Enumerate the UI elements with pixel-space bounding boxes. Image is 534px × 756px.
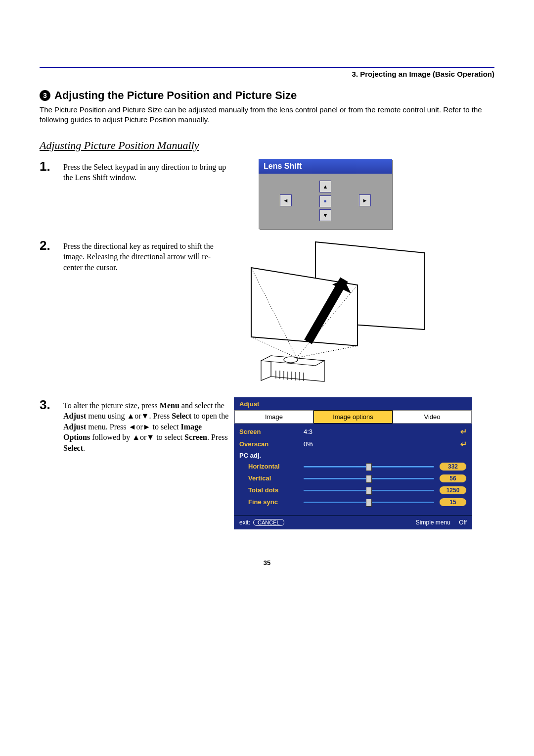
step-1-number: 1. — [40, 159, 63, 174]
value-vertical: 56 — [439, 474, 467, 483]
manual-page: 3. Projecting an Image (Basic Operation)… — [0, 0, 534, 586]
subheading: Adjusting Picture Position Manually — [40, 139, 494, 152]
page-number: 35 — [40, 559, 494, 567]
osd-title: Adjust — [234, 398, 472, 410]
osd-row-overscan[interactable]: Overscan 0% ↵ — [239, 438, 467, 450]
osd-row-fine-sync[interactable]: Fine sync 15 — [239, 496, 467, 508]
lens-shift-panel: Lens Shift ▲ ◄ ► ▼ — [259, 159, 392, 229]
step-list: 1. Press the Select keypad in any direct… — [40, 159, 494, 529]
osd-tab-image-options[interactable]: Image options — [313, 410, 393, 424]
step-1-text: Press the Select keypad in any direction… — [63, 159, 229, 229]
osd-simple-menu-label: Simple menu — [416, 519, 450, 526]
step-3: 3. To alter the picture size, press Menu… — [40, 397, 494, 529]
step-2-number: 2. — [40, 238, 63, 253]
value-fine-sync: 15 — [439, 498, 467, 507]
step-3-text: To alter the picture size, press Menu an… — [63, 397, 229, 529]
intro-paragraph: The Picture Position and Picture Size ca… — [40, 105, 494, 125]
osd-simple-menu-value: Off — [459, 519, 467, 526]
osd-cancel-button[interactable]: CANCEL — [253, 519, 284, 526]
step-2-text: Press the directional key as required to… — [63, 238, 226, 388]
slider-fine-sync[interactable] — [304, 500, 434, 504]
enter-icon: ↵ — [460, 439, 467, 449]
osd-row-total-dots[interactable]: Total dots 1250 — [239, 484, 467, 496]
value-horizontal: 332 — [439, 462, 467, 471]
slider-vertical[interactable] — [304, 476, 434, 480]
step-2-figure — [231, 238, 494, 388]
osd-body: Screen 4:3 ↵ Overscan 0% ↵ PC adj. — [234, 424, 472, 515]
osd-tab-video[interactable]: Video — [393, 410, 472, 424]
value-total-dots: 1250 — [439, 486, 467, 495]
step-2: 2. Press the directional key as required… — [40, 238, 494, 388]
lens-shift-left-button[interactable]: ◄ — [280, 194, 292, 206]
lens-shift-down-button[interactable]: ▼ — [319, 209, 331, 221]
projection-diagram — [241, 238, 439, 386]
lens-shift-up-button[interactable]: ▲ — [319, 181, 331, 192]
chapter-header: 3. Projecting an Image (Basic Operation) — [40, 67, 494, 78]
slider-horizontal[interactable] — [304, 465, 434, 469]
lens-shift-center-button[interactable] — [319, 195, 331, 207]
osd-tabs: Image Image options Video — [234, 410, 472, 424]
slider-total-dots[interactable] — [304, 488, 434, 492]
osd-adjust-menu: Adjust Image Image options Video Screen … — [234, 397, 472, 529]
osd-exit-label: exit: — [239, 519, 250, 526]
svg-line-19 — [297, 346, 357, 358]
svg-point-7 — [284, 357, 298, 363]
osd-tab-image[interactable]: Image — [234, 410, 313, 424]
osd-row-screen[interactable]: Screen 4:3 ↵ — [239, 425, 467, 438]
osd-row-pcadj: PC adj. — [239, 450, 467, 461]
step-1: 1. Press the Select keypad in any direct… — [40, 159, 494, 229]
step-3-figure: Adjust Image Image options Video Screen … — [234, 397, 494, 529]
enter-icon: ↵ — [460, 427, 467, 436]
lens-shift-title: Lens Shift — [259, 159, 392, 174]
lens-shift-right-button[interactable]: ► — [359, 194, 371, 206]
osd-row-vertical[interactable]: Vertical 56 — [239, 472, 467, 484]
osd-row-horizontal[interactable]: Horizontal 332 — [239, 461, 467, 472]
step-1-figure: Lens Shift ▲ ◄ ► ▼ — [234, 159, 494, 229]
section-number-badge: 3 — [40, 90, 50, 101]
section-title: 3 Adjusting the Picture Position and Pic… — [40, 89, 494, 102]
osd-footer: exit: CANCEL Simple menu Off — [234, 515, 472, 529]
section-title-text: Adjusting the Picture Position and Pictu… — [54, 89, 297, 102]
step-3-number: 3. — [40, 397, 63, 413]
lens-shift-pad: ▲ ◄ ► ▼ — [259, 174, 392, 229]
